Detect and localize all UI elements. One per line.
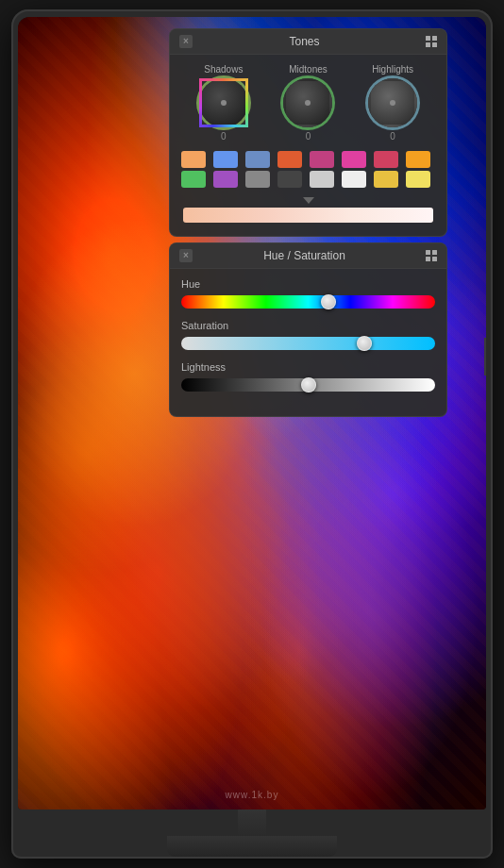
saturation-slider-container: Saturation xyxy=(181,320,435,350)
color-swatch-2[interactable] xyxy=(245,151,270,168)
color-swatch-6[interactable] xyxy=(374,151,398,168)
color-swatches-grid xyxy=(181,151,435,188)
tones-panel-header: × Tones xyxy=(170,29,446,55)
highlights-dial-item: Highlights 0 xyxy=(368,64,417,142)
grid-dot xyxy=(432,36,437,41)
highlights-dial-center xyxy=(390,100,395,106)
saturation-slider-thumb[interactable] xyxy=(357,336,372,351)
color-swatch-9[interactable] xyxy=(213,171,238,188)
hue-slider-container: Hue xyxy=(181,278,435,309)
tones-close-button[interactable]: × xyxy=(179,35,193,48)
color-swatch-4[interactable] xyxy=(310,151,334,168)
grid-dot xyxy=(426,36,430,41)
midtones-value: 0 xyxy=(306,131,311,142)
shadows-dial[interactable] xyxy=(199,78,248,127)
hs-close-button[interactable]: × xyxy=(179,249,193,262)
grid-dot xyxy=(426,42,430,47)
saturation-slider-track[interactable] xyxy=(181,337,435,350)
grid-icon xyxy=(426,250,437,261)
highlights-value: 0 xyxy=(390,131,395,142)
color-swatch-5[interactable] xyxy=(342,151,366,168)
grid-dot xyxy=(432,250,437,255)
tones-panel: × Tones xyxy=(169,28,447,237)
monitor: × Tones xyxy=(11,9,493,859)
grid-icon xyxy=(426,36,437,47)
color-swatch-15[interactable] xyxy=(406,171,430,188)
monitor-side-button[interactable] xyxy=(484,338,486,376)
color-swatch-3[interactable] xyxy=(277,151,302,168)
shadows-value: 0 xyxy=(221,131,227,142)
watermark: www.1k.by xyxy=(226,790,279,800)
midtones-dial[interactable] xyxy=(283,78,332,127)
hs-panel-header: × Hue / Saturation xyxy=(170,243,446,269)
grid-dot xyxy=(432,257,437,261)
panels-container: × Tones xyxy=(169,28,447,417)
color-swatch-14[interactable] xyxy=(374,171,398,188)
shadows-label: Shadows xyxy=(204,64,243,75)
hue-label: Hue xyxy=(181,278,435,290)
color-swatch-0[interactable] xyxy=(181,151,206,168)
screen: × Tones xyxy=(18,17,486,810)
color-swatch-13[interactable] xyxy=(342,171,366,188)
hs-menu-button[interactable] xyxy=(416,249,437,262)
midtones-label: Midtones xyxy=(289,64,328,75)
midtones-dial-center xyxy=(305,100,311,106)
highlights-dial[interactable] xyxy=(368,78,417,127)
tones-dials-row: Shadows 0 Midtones xyxy=(181,64,435,142)
midtones-dial-item: Midtones 0 xyxy=(283,64,332,142)
monitor-neck xyxy=(238,810,266,836)
color-swatch-7[interactable] xyxy=(406,151,430,168)
lightness-slider-container: Lightness xyxy=(181,361,435,392)
grid-dot xyxy=(432,42,437,47)
hue-slider-track[interactable] xyxy=(181,295,435,309)
tones-menu-button[interactable] xyxy=(416,35,437,48)
tones-body: Shadows 0 Midtones xyxy=(170,55,446,236)
color-swatch-10[interactable] xyxy=(245,171,270,188)
highlights-label: Highlights xyxy=(372,64,413,75)
grid-dot xyxy=(426,250,430,255)
tones-gradient-bar[interactable] xyxy=(183,208,433,223)
hs-panel-title: Hue / Saturation xyxy=(193,249,416,262)
screen-bezel: × Tones xyxy=(18,17,486,810)
tones-panel-arrow xyxy=(181,195,435,208)
color-swatch-11[interactable] xyxy=(277,171,302,188)
hs-body: Hue Saturation xyxy=(170,269,446,416)
grid-dot xyxy=(426,257,430,261)
color-swatch-12[interactable] xyxy=(310,171,334,188)
saturation-label: Saturation xyxy=(181,320,435,331)
hue-saturation-panel: × Hue / Saturation xyxy=(169,242,447,417)
shadows-dial-center xyxy=(221,100,227,106)
tones-panel-title: Tones xyxy=(193,35,416,48)
lightness-slider-thumb[interactable] xyxy=(301,377,316,392)
monitor-base xyxy=(167,836,337,857)
lightness-label: Lightness xyxy=(181,361,435,373)
color-swatch-8[interactable] xyxy=(181,171,206,188)
shadows-dial-item: Shadows 0 xyxy=(199,64,248,142)
color-swatch-1[interactable] xyxy=(213,151,238,168)
arrow-down-icon xyxy=(303,197,314,204)
hue-slider-thumb[interactable] xyxy=(321,294,336,309)
lightness-slider-track[interactable] xyxy=(181,378,435,392)
